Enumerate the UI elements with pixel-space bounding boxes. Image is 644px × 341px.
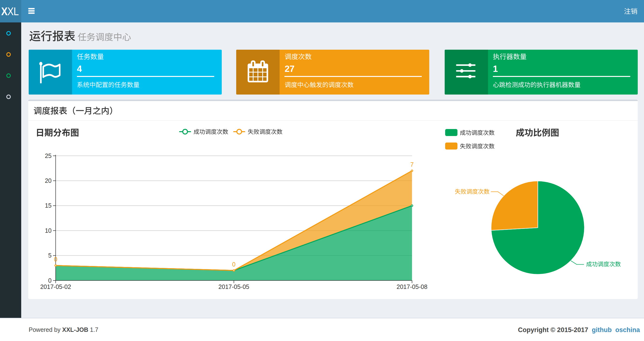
svg-text:25: 25 [45, 152, 52, 159]
svg-text:15: 15 [45, 202, 52, 209]
svg-text:20: 20 [45, 177, 52, 184]
svg-text:2017-05-05: 2017-05-05 [218, 283, 249, 290]
svg-text:2017-05-08: 2017-05-08 [397, 283, 428, 290]
svg-text:27: 27 [285, 64, 294, 74]
svg-text:10: 10 [45, 227, 52, 234]
svg-text:5: 5 [48, 252, 52, 259]
svg-text:0: 0 [48, 277, 52, 284]
svg-text:XXL: XXL [1, 5, 18, 17]
svg-text:2017-05-02: 2017-05-02 [40, 283, 71, 290]
svg-text:0: 0 [54, 256, 57, 263]
svg-text:Copyright © 2015-2017 github: Copyright © 2015-2017 github oschina [518, 326, 640, 333]
svg-text:Powered by XXL-JOB 1.7: Powered by XXL-JOB 1.7 [29, 326, 98, 333]
svg-text:4: 4 [77, 64, 82, 74]
svg-text:0: 0 [232, 261, 236, 268]
svg-text:1: 1 [493, 64, 498, 74]
svg-text:7: 7 [410, 161, 414, 168]
